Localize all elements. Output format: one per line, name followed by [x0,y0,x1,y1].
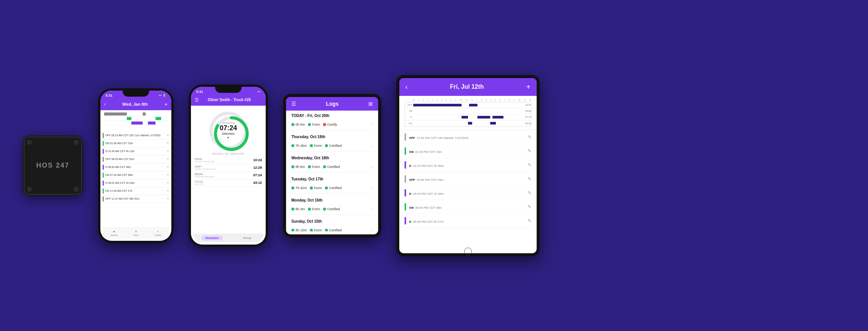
t2-edit-icon-3[interactable]: ✎ [528,162,531,168]
t2-log-content-6: ON 06:00 PM CDT 48m [409,203,525,210]
edit-icon-6[interactable]: ✎ [167,174,169,177]
section-sun-title: Sunday, Oct 15th [291,219,373,223]
badge-form-today: Form [308,123,320,126]
plus-icon[interactable]: + [165,101,168,107]
t2-edit-icon-6[interactable]: ✎ [528,204,531,209]
badge-certified-sun: Certified [325,228,342,231]
edit-icon-1[interactable]: ✎ [167,134,169,137]
stat-cycle-value: 43:12 [253,181,262,185]
status-bar-on-1 [103,141,104,146]
edit-icon-5[interactable]: ✎ [167,166,169,169]
dot-hours-sun [291,229,294,231]
dot-certified-wed [323,165,326,168]
t2-log-status-5: D [409,192,411,196]
phone-1-screen: 5:31 ▪▪▪ 🔋 ‹ Wed, Jan 8th + [100,91,171,241]
badge-certify-today: Certify [323,123,337,126]
homebase-btn[interactable]: Homebase [202,236,222,240]
screw-br [74,187,78,191]
label-3b: 3 [486,99,487,101]
badge-certified-mon: Certified [323,207,340,211]
chart-value-sb: 02.00 [520,110,531,112]
chevron-thu: › [371,143,373,148]
log-item-9: OFF 11:47 AM CST 30h 51m ✎ [103,195,169,203]
tablet-1-log-sections: TODAY - Fri, Oct 20th 0h 0m Form [286,111,378,231]
chart-row-off: OFF 13.57 [405,102,531,108]
log-row-tue[interactable]: 7h 42m Form Certified › [291,183,373,194]
t2-edit-icon-7[interactable]: ✎ [528,218,531,223]
grid-icon-t1[interactable]: ⊞ [368,101,373,107]
section-sun: Sunday, Oct 15th 8h 15m Form [286,216,378,231]
footer-certify[interactable]: ✓ Certify [155,230,161,236]
menu-icon-p2[interactable]: ☰ [195,97,199,103]
hours-thu: 7h 46m [295,144,307,148]
log-row-wed[interactable]: 8h 6m Form Certified › [291,162,373,172]
t2-edit-icon-1[interactable]: ✎ [528,134,531,140]
edit-icon-3[interactable]: ✎ [167,150,169,153]
label-9b: 9 [513,99,514,101]
chevron-wed: › [371,164,373,169]
phone-1-footer: ● Events ≡ Form ✓ Certify [103,227,169,239]
chart-value-on: 01.32 [520,122,531,125]
edit-icon-9[interactable]: ✎ [167,197,169,200]
phone-2-screen: 5:31 ▪▪▪ ☰ Oliver Smith - Truck #25 + [191,87,266,245]
phone-2-footer: Homebase Recap [193,234,263,242]
edit-icon-8[interactable]: ✎ [167,189,169,192]
edit-icon-2[interactable]: ✎ [167,142,169,145]
label-8: 8 [451,99,452,101]
signal-icon-2: ▪▪▪ [258,90,260,93]
t2-status-bar-d-1 [405,161,406,169]
tablet-2-home-btn[interactable] [464,248,472,255]
form-thu: Form [314,144,322,148]
status-bar-off-1 [103,133,104,138]
section-today: TODAY - Fri, Oct 20th 0h 0m Form [286,111,378,132]
t2-log-detail-3: 01:15 PM CDT 2h 45m [413,164,444,168]
section-wed: Wednesday, Oct 18th 8h 6m Form [286,153,378,174]
label-3: 3 [427,99,428,101]
menu-icon-t1[interactable]: ☰ [291,101,296,107]
section-tue: Tuesday, Oct 17th 7h 42m Form [286,174,378,195]
t2-edit-icon-2[interactable]: ✎ [528,148,531,154]
badge-form-tue: Form [310,186,322,190]
log-item-6: ON 07:22 AM CST 38m ✎ [103,171,169,179]
stat-cycle-label-group: CYCLE USA 70-8 [195,180,204,185]
stat-drive: DRIVE 11-Hour Driving Limit 10:24 [195,157,262,164]
phone-2-stats: HOURS OF SERVICE DRIVE 11-Hour Driving L… [191,152,266,187]
stat-cycle-sub: USA 70-8 [195,183,204,185]
stat-shift: SHIFT 14-Hour On-Duty Limit 12:29 [195,164,262,172]
certify-today: Certify [327,123,337,126]
label-8b: 8 [509,99,510,101]
footer-form[interactable]: ≡ Form [133,230,139,236]
log-row-today[interactable]: 0h 0m Form Certify › [291,119,373,130]
log-badges-sun: 8h 15m Form Certified [291,228,342,231]
label-7b: 7 [504,99,505,101]
log-row-sun[interactable]: 8h 15m Form Certified › [291,225,373,231]
footer-events[interactable]: ● Events [111,230,117,236]
dot-certified-mon [323,208,326,211]
stat-cycle-label: CYCLE [195,180,204,183]
t2-log-item-6: ON 06:00 PM CDT 48m ✎ [405,200,531,214]
log-row-thu[interactable]: 7h 46m Form Certified › [291,140,373,151]
screw-bl [27,187,32,191]
edit-icon-4[interactable]: ✎ [167,158,169,161]
stat-shift-value: 12:29 [253,166,262,169]
svg-rect-8 [143,112,146,115]
t2-status-bar-off-1 [405,133,406,141]
plus-icon-t2[interactable]: + [526,83,531,91]
badge-hours-tue: 7h 42m [291,186,307,190]
chart-bar-d-1 [462,116,468,119]
status-bar-d-1 [103,149,104,154]
log-row-mon[interactable]: 8h 4m Form Certified › [291,204,373,215]
t2-edit-icon-4[interactable]: ✎ [528,176,531,182]
edit-icon-7[interactable]: ✎ [167,182,169,185]
t2-log-detail-6: 06:00 PM CDT 48m [415,206,442,209]
t2-log-detail-4: 04:00 PM CDT 34m [417,178,443,182]
back-icon-t2[interactable]: ‹ [405,83,408,91]
form-icon: ≡ [135,230,137,233]
log-badges-mon: 8h 4m Form Certified [291,207,340,211]
t2-edit-icon-5[interactable]: ✎ [528,190,531,196]
log-text-2: ON 01:30 AM CST 15m [105,142,165,145]
t2-log-status-2: ON [409,150,414,154]
badge-form-mon: Form [308,207,320,211]
chart-time-labels: M 1 2 3 4 5 6 7 8 9 10 11 N 1 2 [413,99,531,101]
recap-btn[interactable]: Recap [240,236,255,240]
